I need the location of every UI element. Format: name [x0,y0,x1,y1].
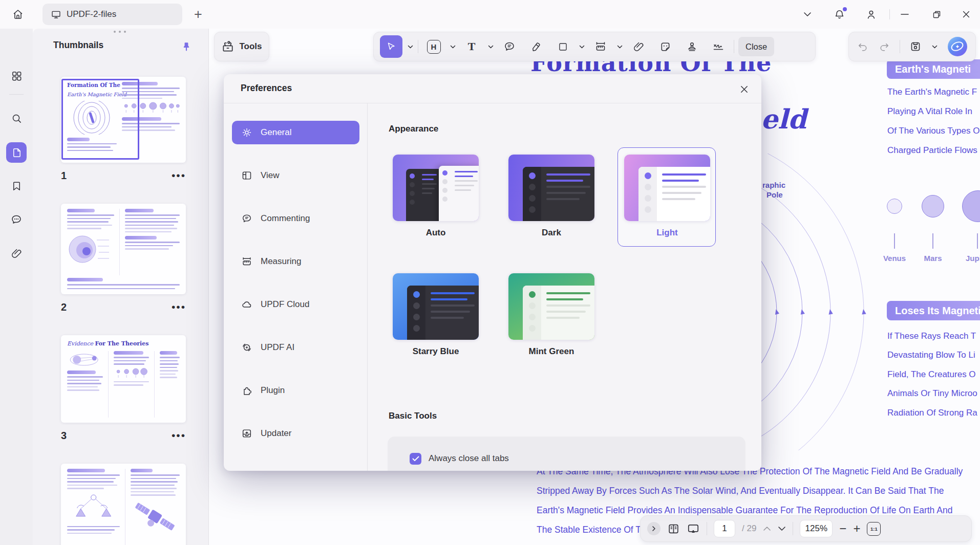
cursor-icon [386,41,397,52]
layout-icon [241,170,252,181]
ai-assistant-button[interactable]: ✦ [948,37,967,56]
select-tool-button[interactable] [380,35,402,58]
chevron-down-icon [803,12,812,17]
previous-page-button[interactable] [763,526,771,531]
appearance-heading: Appearance [389,124,438,134]
text-tool-chevron[interactable] [487,45,494,49]
zoom-in-button[interactable]: + [853,524,860,534]
attachment-tool-button[interactable] [627,35,650,58]
page-number: 1 [61,170,67,182]
sidebar-item-comments[interactable] [6,209,27,230]
text-tool-button[interactable]: T [460,35,483,58]
zoom-out-button[interactable]: − [839,524,846,534]
tab-title: UPDF-2-files [67,9,116,19]
always-close-tabs-checkbox[interactable] [410,453,421,465]
page-thumbnail-3[interactable]: Evidence For The Theories [61,335,186,423]
redo-button[interactable] [878,41,890,53]
comment-tool-button[interactable] [498,35,521,58]
nav-item-plugin[interactable]: Plugin [232,379,359,402]
magnetic-field-arcs-illustration [761,154,889,450]
theme-mint-green-preview [508,273,594,340]
measure-tool-chevron[interactable] [616,45,623,49]
document-title-tail-fragment: eld [761,103,806,135]
collapse-bar-button[interactable] [647,522,661,535]
nav-item-updf-ai[interactable]: UPDF AI [232,336,359,359]
pin-panel-button[interactable] [178,39,195,54]
bar-divider [707,522,707,535]
sidebar-item-bookmarks[interactable] [6,176,27,196]
page-layout-button[interactable] [667,522,680,535]
theme-option-dark[interactable]: Dark [508,155,594,238]
basic-tools-group: Always close all tabs [388,437,745,471]
nav-item-measuring[interactable]: Measuring [232,250,359,273]
stamp-tool-button[interactable] [680,35,703,58]
highlight-tool-button[interactable] [525,35,547,58]
measure-tool-button[interactable] [589,35,612,58]
highlighter-icon [530,41,542,53]
page-number-input[interactable] [714,520,735,537]
page-menu-button[interactable]: ••• [172,304,186,310]
theme-option-auto[interactable]: Auto [393,155,479,238]
theme-option-starry-blue[interactable]: Starry Blue [393,273,479,357]
document-section-heading-1: Earth's Magneti [887,59,980,79]
sticker-tool-button[interactable] [654,35,676,58]
page-menu-button[interactable]: ••• [172,173,186,178]
close-window-button[interactable] [955,4,977,25]
nav-item-view[interactable]: View [232,164,359,187]
square-icon [558,41,568,52]
notifications-button[interactable] [828,4,850,25]
page-menu-button[interactable]: ••• [172,433,186,438]
nav-item-updf-cloud[interactable]: UPDF Cloud [232,293,359,316]
document-paragraph-line: Stripped Away By Forces Such As The Sola… [537,486,944,496]
nav-item-general[interactable]: General [232,121,359,144]
next-page-button[interactable] [778,526,786,531]
sidebar-item-thumbnails[interactable] [6,142,27,163]
signature-tool-button[interactable] [707,35,730,58]
minimize-button[interactable] [894,4,915,25]
heading-tool-button[interactable]: H [422,35,445,58]
heading-tool-chevron[interactable] [449,45,456,49]
maximize-button[interactable] [926,4,947,25]
toolbar-divider [734,40,734,53]
planet-tick [977,233,978,249]
new-tab-button[interactable]: + [188,5,208,24]
pin-icon [181,41,192,52]
page-thumbnail-4[interactable] [61,464,186,545]
nav-item-updater[interactable]: Updater [232,422,359,445]
shape-tool-button[interactable] [551,35,574,58]
signature-icon [712,40,725,53]
save-options-chevron[interactable] [931,45,939,49]
close-tools-button[interactable]: Close [738,37,774,56]
page-thumbnail-1[interactable]: Formation Of The Earth's Magnetic Field [61,77,186,163]
page-number: 2 [61,301,67,313]
theme-option-light[interactable]: Light [624,155,710,238]
actual-size-button[interactable]: 1:1 [867,522,881,536]
tabs-dropdown-button[interactable] [797,4,818,25]
comment-icon [241,213,252,224]
sidebar-item-attachments[interactable] [6,243,27,264]
sidebar-item-grid[interactable] [6,66,27,86]
page-thumbnail-2[interactable] [61,204,186,294]
presentation-button[interactable] [687,522,700,535]
account-button[interactable] [860,4,882,25]
zoom-level-input[interactable] [800,520,833,537]
select-tool-chevron[interactable] [407,45,414,49]
presentation-screen-icon [687,522,700,535]
nav-item-commenting[interactable]: Commenting [232,207,359,230]
undo-button[interactable] [857,41,869,53]
dialog-close-button[interactable] [736,81,752,97]
theme-option-mint-green[interactable]: Mint Green [508,273,594,357]
save-button[interactable] [909,40,922,53]
sidebar-item-search[interactable] [6,108,27,128]
tools-button[interactable]: Tools [214,32,269,61]
document-tab[interactable]: UPDF-2-files [42,4,182,25]
shape-tool-chevron[interactable] [578,45,585,49]
home-button[interactable] [7,4,29,25]
redo-icon [878,41,890,53]
document-text-line: Charged Particle Flows [887,145,977,156]
panel-drag-handle[interactable] [114,31,126,33]
titlebar-divider [889,9,890,19]
comment-bubble-icon [503,40,516,53]
save-icon [909,40,922,53]
sidebar-item-reader-mode[interactable] [6,541,27,545]
